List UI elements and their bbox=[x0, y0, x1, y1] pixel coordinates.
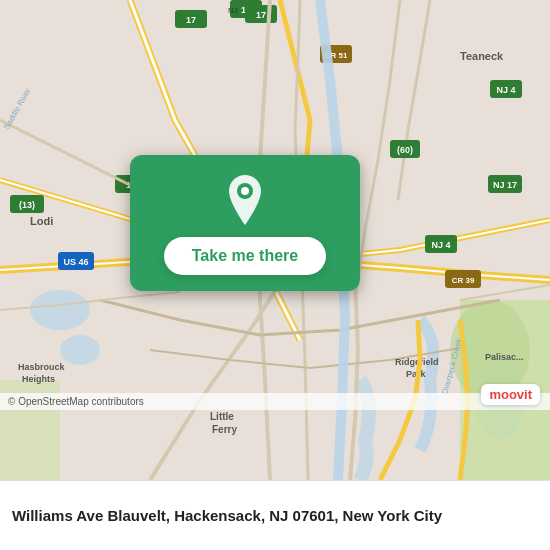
attribution-bar: © OpenStreetMap contributors bbox=[0, 393, 550, 410]
bottom-address-bar: Williams Ave Blauvelt, Hackensack, NJ 07… bbox=[0, 480, 550, 550]
svg-text:NJ 17: NJ 17 bbox=[493, 180, 517, 190]
svg-point-1 bbox=[30, 290, 90, 330]
map-pin-icon bbox=[223, 173, 267, 227]
svg-text:Lodi: Lodi bbox=[30, 215, 53, 227]
svg-text:Little: Little bbox=[210, 411, 234, 422]
svg-text:NJ 4: NJ 4 bbox=[431, 240, 450, 250]
svg-text:NJ: NJ bbox=[228, 6, 238, 15]
svg-text:CR 39: CR 39 bbox=[452, 276, 475, 285]
svg-text:Ferry: Ferry bbox=[212, 424, 237, 435]
svg-text:17: 17 bbox=[256, 10, 266, 20]
moovit-logo: moovit bbox=[489, 387, 532, 402]
svg-text:NJ 4: NJ 4 bbox=[496, 85, 515, 95]
moovit-brand-badge: moovit bbox=[481, 384, 540, 405]
svg-text:Ridgefield: Ridgefield bbox=[395, 357, 439, 367]
svg-text:Palisac...: Palisac... bbox=[485, 352, 524, 362]
location-card: Take me there bbox=[130, 155, 360, 291]
svg-point-2 bbox=[60, 335, 100, 365]
osm-attribution: © OpenStreetMap contributors bbox=[8, 396, 144, 407]
svg-text:Teaneck: Teaneck bbox=[460, 50, 504, 62]
svg-text:Heights: Heights bbox=[22, 374, 55, 384]
svg-text:(13): (13) bbox=[19, 200, 35, 210]
svg-point-46 bbox=[241, 187, 249, 195]
svg-text:US 46: US 46 bbox=[63, 257, 88, 267]
map-container: 17 17 CR 51 US 46 US 46 17 NJ NJ 4 CR 39… bbox=[0, 0, 550, 480]
address-text: Williams Ave Blauvelt, Hackensack, NJ 07… bbox=[12, 505, 538, 526]
svg-text:(60): (60) bbox=[397, 145, 413, 155]
take-me-there-button[interactable]: Take me there bbox=[164, 237, 326, 275]
svg-text:Hasbrouck: Hasbrouck bbox=[18, 362, 66, 372]
svg-text:17: 17 bbox=[186, 15, 196, 25]
